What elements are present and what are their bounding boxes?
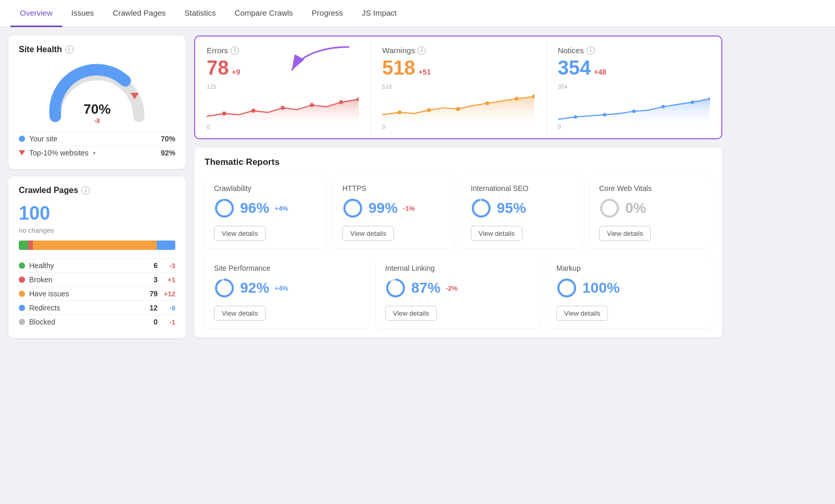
https-delta: -1%: [403, 205, 415, 212]
top10-chevron-icon[interactable]: ▾: [93, 150, 96, 157]
crawlability-view-details-button[interactable]: View details: [214, 226, 266, 241]
warnings-info-icon[interactable]: i: [418, 46, 426, 55]
intl-seo-ring: [471, 198, 492, 219]
notices-info-icon[interactable]: i: [587, 46, 595, 55]
internal-linking-view-details-button[interactable]: View details: [385, 306, 437, 321]
site-health-card: Site Health i 70% -8: [8, 35, 186, 169]
warnings-chart-bottom: 0: [382, 124, 534, 130]
site-health-info-icon[interactable]: i: [65, 45, 74, 54]
errors-chart-bottom: 0: [207, 124, 359, 130]
theme-markup: Markup 100% View details: [547, 255, 712, 328]
notices-chart: [558, 91, 710, 122]
blocked-label: Blocked: [29, 318, 55, 326]
svg-point-35: [387, 280, 404, 296]
theme-crawlability: Crawlability 96% +4% View details: [205, 175, 327, 248]
site-performance-ring: [214, 278, 235, 298]
crawled-no-changes: no changes: [19, 226, 175, 234]
top10-label: Top-10% websites: [29, 149, 89, 157]
crawled-count: 100: [19, 202, 175, 224]
crawled-progress-bar: [19, 241, 175, 250]
crawlability-score-row: 96% +4%: [214, 198, 317, 219]
notices-delta: +48: [594, 68, 606, 76]
sidebar: Site Health i 70% -8: [8, 35, 186, 338]
https-view-details-button[interactable]: View details: [342, 226, 394, 241]
core-web-vitals-score-row: 0%: [599, 198, 702, 219]
navigation: Overview Issues Crawled Pages Statistics…: [0, 0, 835, 27]
svg-point-13: [427, 108, 431, 112]
blocked-change: -1: [158, 318, 175, 326]
progress-redirects: [157, 241, 175, 250]
crawl-legend-issues: Have issues 79 +12: [19, 286, 175, 301]
notices-count: 354: [558, 57, 591, 79]
svg-point-8: [310, 103, 314, 107]
warnings-delta: +51: [419, 68, 431, 76]
your-site-label: Your site: [29, 135, 57, 143]
notices-chart-bottom: 0: [558, 124, 710, 130]
your-site-dot: [19, 136, 25, 142]
crawl-legend-blocked: Blocked 0 -1: [19, 315, 175, 329]
notices-label: Notices i: [558, 46, 710, 55]
internal-linking-ring: [385, 278, 406, 298]
markup-view-details-button[interactable]: View details: [556, 306, 608, 321]
healthy-val: 6: [143, 261, 158, 270]
issues-label: Have issues: [29, 290, 69, 298]
svg-point-26: [216, 200, 233, 217]
content-area: Errors i 78 +9: [194, 35, 722, 338]
errors-count-row: 78 +9: [207, 57, 359, 79]
broken-label: Broken: [29, 275, 52, 284]
site-performance-delta: +4%: [275, 284, 288, 292]
site-performance-view-details-button[interactable]: View details: [214, 306, 266, 321]
your-site-pct: 70%: [161, 135, 175, 143]
gauge-container: 70% -8: [19, 62, 175, 124]
healthy-label: Healthy: [29, 261, 54, 270]
svg-point-31: [601, 200, 618, 217]
theme-site-performance: Site Performance 92% +4% View details: [205, 255, 369, 328]
nav-issues[interactable]: Issues: [62, 0, 103, 27]
svg-point-12: [398, 111, 402, 115]
nav-crawled-pages[interactable]: Crawled Pages: [103, 0, 175, 27]
nav-overview[interactable]: Overview: [10, 0, 62, 27]
theme-internal-linking: Internal Linking 87% -2% View details: [376, 255, 541, 328]
nav-statistics[interactable]: Statistics: [175, 0, 225, 27]
core-web-vitals-score: 0%: [625, 200, 646, 217]
theme-core-web-vitals: Core Web Vitals 0% View details: [590, 175, 712, 248]
errors-chart: [207, 91, 359, 122]
https-score-row: 99% -1%: [342, 198, 446, 219]
core-web-vitals-title: Core Web Vitals: [599, 184, 702, 193]
legend-your-site: Your site 70%: [19, 131, 175, 146]
broken-dot: [19, 277, 25, 283]
crawled-pages-title: Crawled Pages i: [19, 186, 175, 195]
https-score: 99%: [368, 200, 398, 217]
markup-title: Markup: [556, 264, 702, 272]
progress-issues: [33, 241, 157, 250]
svg-point-37: [558, 280, 575, 296]
svg-point-14: [456, 107, 460, 111]
https-title: HTTPS: [342, 184, 446, 193]
theme-intl-seo: International SEO 95% View details: [461, 175, 583, 248]
nav-compare-crawls[interactable]: Compare Crawls: [225, 0, 303, 27]
redirects-label: Redirects: [29, 304, 60, 312]
internal-linking-delta: -2%: [446, 284, 458, 292]
crawl-legend-healthy: Healthy 6 -3: [19, 258, 175, 272]
svg-point-9: [339, 100, 343, 104]
svg-text:-8: -8: [94, 117, 100, 124]
legend-top10: Top-10% websites ▾ 92%: [19, 146, 175, 160]
intl-seo-view-details-button[interactable]: View details: [471, 226, 522, 241]
core-web-vitals-view-details-button[interactable]: View details: [599, 226, 651, 241]
https-ring: [342, 198, 363, 219]
warnings-count-row: 518 +51: [382, 57, 534, 79]
progress-broken: [28, 241, 33, 250]
thematic-top-grid: Crawlability 96% +4% View details HTTPS: [205, 175, 712, 248]
warnings-chart: [382, 91, 534, 122]
svg-marker-4: [207, 99, 359, 122]
svg-point-23: [690, 101, 694, 104]
nav-progress[interactable]: Progress: [302, 0, 352, 27]
crawled-pages-info-icon[interactable]: i: [81, 186, 90, 195]
nav-js-impact[interactable]: JS Impact: [352, 0, 406, 27]
site-performance-title: Site Performance: [214, 264, 360, 272]
errors-info-icon[interactable]: i: [231, 46, 239, 55]
errors-chart-labels: 125: [207, 83, 359, 90]
ewn-box: Errors i 78 +9: [194, 35, 722, 139]
crawled-pages-card: Crawled Pages i 100 no changes Healthy 6…: [8, 176, 186, 338]
crawlability-title: Crawlability: [214, 184, 317, 193]
